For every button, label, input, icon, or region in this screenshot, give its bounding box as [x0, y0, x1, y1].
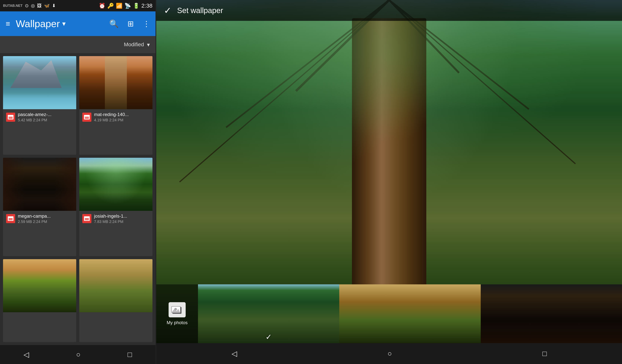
svg-line-4 [180, 0, 389, 182]
status-bar: BUTAB.NET ⊙ ◎ 🖼 🦋 ⬇ ⏰ 🔑 📶 📡 🔋 2:38 [0, 0, 156, 11]
search-icon[interactable]: 🔍 [108, 18, 120, 30]
strip-thumb-3[interactable] [481, 284, 622, 343]
list-item[interactable] [3, 259, 76, 342]
confirm-icon[interactable]: ✓ [164, 5, 172, 16]
strip-thumb-path-bg [339, 284, 481, 343]
file-type-icon [6, 214, 15, 223]
image-file-icon [84, 115, 90, 119]
file-meta: 4.19 MB 2:24 PM [94, 118, 129, 122]
thumbnail-forest [3, 158, 76, 211]
file-name: mat-reding-140... [94, 112, 129, 117]
wifi-icon: 📶 [116, 3, 122, 9]
file-name: pascale-amez-... [18, 112, 51, 117]
sort-dropdown-icon[interactable]: ▾ [147, 41, 150, 48]
strip-thumb-forest-bg [481, 284, 622, 343]
image-file-icon [8, 115, 14, 119]
file-info: mat-reding-140... 4.19 MB 2:24 PM [79, 109, 153, 125]
voicemail-icon: ⊙ [25, 3, 29, 8]
set-wallpaper-label[interactable]: Set wallpaper [177, 6, 223, 15]
menu-icon[interactable]: ≡ [4, 18, 12, 30]
battery-icon: 🔋 [133, 3, 139, 9]
file-details: pascale-amez-... 5.42 MB 2:24 PM [18, 112, 51, 122]
home-button-right[interactable]: ○ [383, 347, 396, 360]
title-dropdown-icon[interactable]: ▾ [62, 20, 66, 28]
list-item[interactable]: pascale-amez-... 5.42 MB 2:24 PM [3, 56, 76, 155]
image-icon: 🖼 [37, 3, 42, 8]
my-photos-button[interactable]: My photos [156, 284, 198, 343]
toolbar-title-area: Wallpaper ▾ [16, 18, 104, 29]
file-info: josiah-ingels-1... 7.83 MB 2:24 PM [79, 211, 153, 227]
thumbnail-strip [198, 284, 622, 343]
bottom-nav: ◁ ○ □ [0, 345, 156, 364]
wallpaper-bottom-strip: My photos [156, 284, 622, 343]
site-logo: BUTAB.NET [3, 4, 22, 8]
status-bar-right: ⏰ 🔑 📶 📡 🔋 2:38 [99, 2, 153, 9]
left-panel: BUTAB.NET ⊙ ◎ 🖼 🦋 ⬇ ⏰ 🔑 📶 📡 🔋 2:38 ≡ Wal… [0, 0, 156, 364]
recents-button-right[interactable]: □ [538, 347, 551, 360]
back-button[interactable]: ◁ [19, 348, 34, 361]
status-bar-left: BUTAB.NET ⊙ ◎ 🖼 🦋 ⬇ [3, 3, 56, 8]
toolbar: ≡ Wallpaper ▾ 🔍 ⊞ ⋮ [0, 11, 156, 36]
sort-bar: Modified ▾ [0, 36, 156, 53]
back-button-right[interactable]: ◁ [227, 347, 242, 360]
file-name: josiah-ingels-1... [94, 213, 127, 219]
more-options-icon[interactable]: ⋮ [141, 18, 152, 30]
file-grid: pascale-amez-... 5.42 MB 2:24 PM mat-red… [0, 53, 156, 345]
image-file-icon [84, 216, 90, 221]
thumbnail-trees [79, 158, 153, 211]
bottom-nav-right: ◁ ○ □ [156, 343, 622, 364]
strip-thumb-trees-bg [198, 284, 339, 343]
right-panel: ✓ Set wallpaper [156, 0, 622, 364]
file-details: megan-campa... 2.59 MB 2:24 PM [18, 213, 51, 224]
download-icon: ⬇ [52, 3, 56, 8]
thumbnail-road [79, 56, 153, 109]
file-type-icon [82, 113, 91, 122]
grid-view-icon[interactable]: ⊞ [126, 18, 136, 30]
signal-icon: 📡 [124, 3, 131, 9]
file-meta: 7.83 MB 2:24 PM [94, 220, 127, 224]
file-details: mat-reding-140... 4.19 MB 2:24 PM [94, 112, 129, 122]
svg-line-5 [389, 0, 575, 164]
alarm-icon: ⏰ [99, 3, 105, 9]
thumbnail-partial [79, 259, 153, 312]
list-item[interactable]: mat-reding-140... 4.19 MB 2:24 PM [79, 56, 153, 155]
target-icon: ◎ [31, 3, 35, 8]
butterfly-icon: 🦋 [44, 3, 50, 8]
strip-thumb-2[interactable] [339, 284, 481, 343]
recents-button[interactable]: □ [123, 348, 136, 361]
file-info: megan-campa... 2.59 MB 2:24 PM [3, 211, 76, 227]
file-name: megan-campa... [18, 213, 51, 219]
file-info: pascale-amez-... 5.42 MB 2:24 PM [3, 109, 76, 125]
file-type-icon [82, 214, 91, 223]
file-meta: 2.59 MB 2:24 PM [18, 220, 51, 224]
file-type-icon [6, 113, 15, 122]
image-file-icon [8, 216, 14, 221]
file-details: josiah-ingels-1... 7.83 MB 2:24 PM [94, 213, 127, 224]
home-button[interactable]: ○ [72, 348, 85, 361]
toolbar-title: Wallpaper [16, 18, 60, 29]
list-item[interactable]: josiah-ingels-1... 7.83 MB 2:24 PM [79, 158, 153, 256]
wallpaper-header: ✓ Set wallpaper [156, 0, 622, 21]
sort-label: Modified [124, 41, 144, 48]
status-time: 2:38 [141, 2, 153, 9]
photos-svg-icon [172, 305, 183, 314]
my-photos-icon [169, 302, 186, 317]
list-item[interactable] [79, 259, 153, 342]
key-icon: 🔑 [107, 3, 114, 9]
thumbnail-path [3, 259, 76, 312]
thumbnail-mountain [3, 56, 76, 109]
list-item[interactable]: megan-campa... 2.59 MB 2:24 PM [3, 158, 76, 256]
my-photos-label: My photos [167, 320, 188, 325]
strip-thumb-1[interactable] [198, 284, 339, 343]
toolbar-actions: 🔍 ⊞ ⋮ [108, 18, 152, 30]
file-meta: 5.42 MB 2:24 PM [18, 118, 51, 122]
